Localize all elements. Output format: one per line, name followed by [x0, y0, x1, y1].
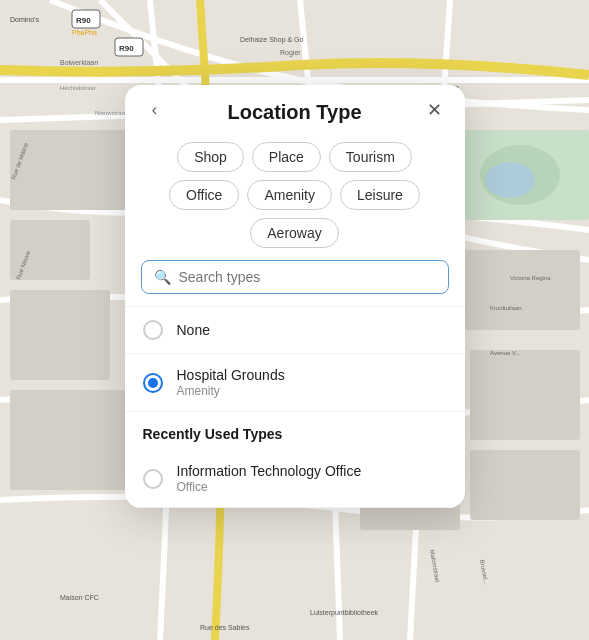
list-item-hospital-grounds[interactable]: Hospital GroundsAmenity [125, 354, 465, 412]
chip-place[interactable]: Place [252, 142, 321, 172]
item-sublabel: Amenity [177, 384, 285, 398]
item-text: Information Technology OfficeOffice [177, 463, 362, 494]
item-label: Hospital Grounds [177, 367, 285, 383]
radio-button [143, 320, 163, 340]
list-item-none[interactable]: None [125, 307, 465, 354]
item-text: Hospital GroundsAmenity [177, 367, 285, 398]
close-icon: ✕ [427, 99, 442, 121]
chip-shop[interactable]: Shop [177, 142, 244, 172]
item-label: Information Technology Office [177, 463, 362, 479]
close-button[interactable]: ✕ [421, 96, 449, 124]
chip-amenity[interactable]: Amenity [247, 180, 332, 210]
search-container: 🔍 [125, 260, 465, 306]
chip-tourism[interactable]: Tourism [329, 142, 412, 172]
location-type-modal: ‹ Location Type ✕ ShopPlaceTourismOffice… [125, 85, 465, 508]
recently-used-header: Recently Used Types [125, 412, 465, 450]
back-button[interactable]: ‹ [141, 96, 169, 124]
search-box: 🔍 [141, 260, 449, 294]
modal-header: ‹ Location Type ✕ [125, 85, 465, 134]
chip-aeroway[interactable]: Aeroway [250, 218, 338, 248]
search-icon: 🔍 [154, 269, 171, 285]
chip-office[interactable]: Office [169, 180, 239, 210]
back-icon: ‹ [152, 101, 157, 119]
radio-inner [148, 378, 158, 388]
item-label: None [177, 322, 210, 338]
filter-chips-container: ShopPlaceTourismOfficeAmenityLeisureAero… [125, 134, 465, 260]
list-container: NoneHospital GroundsAmenity Recently Use… [125, 306, 465, 508]
chip-leisure[interactable]: Leisure [340, 180, 420, 210]
search-input[interactable] [179, 269, 436, 285]
modal-overlay: ‹ Location Type ✕ ShopPlaceTourismOffice… [0, 0, 589, 640]
radio-button [143, 373, 163, 393]
radio-button [143, 469, 163, 489]
modal-title: Location Type [227, 101, 361, 124]
item-sublabel: Office [177, 480, 362, 494]
item-text: None [177, 322, 210, 338]
recent-item-info-tech-office[interactable]: Information Technology OfficeOffice [125, 450, 465, 508]
